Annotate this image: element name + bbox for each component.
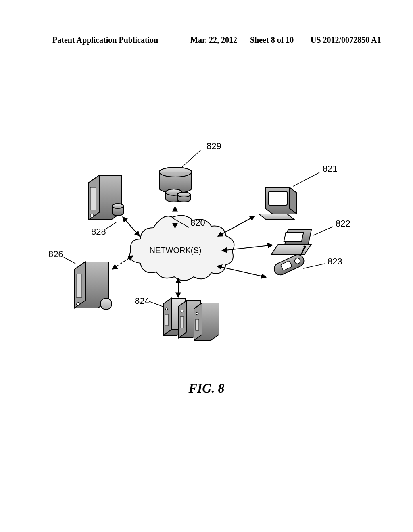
leader-828 <box>106 222 116 229</box>
svg-point-20 <box>90 214 94 217</box>
callout-820: 820 <box>190 218 205 228</box>
callout-829: 829 <box>206 141 221 151</box>
callout-823: 823 <box>327 256 342 266</box>
header-pub-type: Patent Application Publication <box>52 35 158 45</box>
link-cloud-821 <box>218 216 255 236</box>
leader-829 <box>182 150 201 167</box>
leader-824 <box>149 301 164 307</box>
svg-rect-6 <box>269 191 287 205</box>
header-date: Mar. 22, 2012 <box>190 35 237 45</box>
svg-rect-23 <box>76 274 82 297</box>
svg-rect-18 <box>196 319 199 330</box>
server-rack-icon <box>163 298 219 340</box>
figure-8: NETWORK(S) <box>48 133 359 351</box>
database-icon <box>159 167 192 202</box>
server-tower-bottom-icon <box>75 262 112 310</box>
header-pub-number: US 2012/0072850 A1 <box>311 35 381 45</box>
laptop-icon <box>271 230 311 255</box>
link-cloud-828 <box>123 217 140 236</box>
leader-826 <box>64 257 75 264</box>
figure-caption: FIG. 8 <box>0 381 413 396</box>
svg-rect-7 <box>284 232 304 242</box>
leader-821 <box>293 172 319 186</box>
callout-828: 828 <box>91 227 106 237</box>
svg-point-15 <box>181 310 183 312</box>
svg-point-25 <box>100 298 112 310</box>
link-cloud-823 <box>217 266 266 277</box>
svg-rect-14 <box>165 314 168 326</box>
network-label: NETWORK(S) <box>150 246 202 255</box>
svg-point-17 <box>196 312 198 315</box>
svg-point-13 <box>165 308 168 310</box>
callout-826: 826 <box>48 249 63 259</box>
callout-822: 822 <box>336 218 350 229</box>
callout-821: 821 <box>323 164 338 174</box>
leader-822 <box>313 227 333 235</box>
callout-824: 824 <box>135 296 150 306</box>
desktop-icon <box>259 187 297 220</box>
leader-823 <box>303 264 325 268</box>
header-sheet: Sheet 8 of 10 <box>250 35 294 45</box>
server-tower-top-icon <box>89 175 123 220</box>
svg-rect-19 <box>90 187 96 210</box>
svg-rect-16 <box>180 317 184 328</box>
svg-point-24 <box>76 302 79 305</box>
